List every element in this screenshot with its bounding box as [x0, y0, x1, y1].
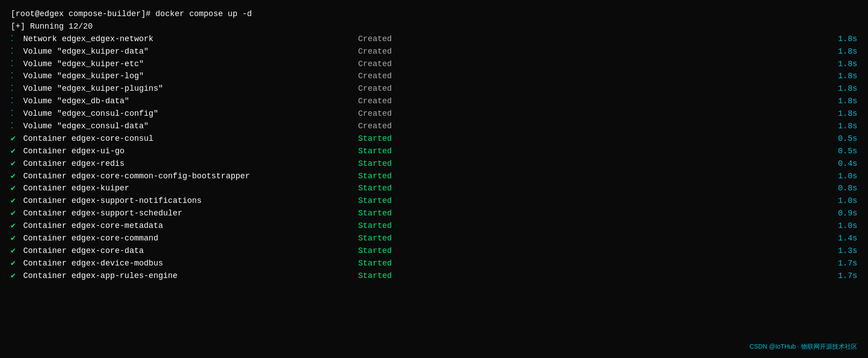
item-name: Container edgex-core-command [23, 232, 358, 245]
list-item: ✔Container edgex-core-metadataStarted1.0… [11, 220, 857, 232]
checkmark-icon: ✔ [11, 220, 20, 232]
list-item: ⁚Volume "edgex_kuiper-log"Created1.8s [11, 70, 857, 83]
list-item: ✔Container edgex-core-consulStarted0.5s [11, 133, 857, 145]
checkmark-icon: ✔ [11, 133, 20, 145]
watermark: CSDN @IoTHub · 物联网开源技术社区 [750, 343, 857, 351]
item-time: 0.4s [820, 158, 857, 170]
prompt-text: [root@edgex compose-builder]# docker com… [11, 8, 252, 21]
item-name: Container edgex-redis [23, 158, 358, 170]
item-time: 1.0s [820, 195, 857, 207]
item-status: Started [358, 270, 416, 282]
bullet-icon: ⁚ [11, 95, 20, 108]
item-name: Container edgex-support-scheduler [23, 207, 358, 220]
item-name: Volume "edgex_db-data" [23, 95, 358, 108]
item-status: Started [358, 195, 416, 207]
item-time: 1.0s [820, 170, 857, 183]
checkmark-icon: ✔ [11, 270, 20, 282]
list-item: ✔Container edgex-device-modbusStarted1.7… [11, 257, 857, 270]
running-line: [+] Running 12/20 [11, 21, 857, 33]
checkmark-icon: ✔ [11, 245, 20, 257]
list-item: ⁚Volume "edgex_db-data"Created1.8s [11, 95, 857, 108]
checkmark-icon: ✔ [11, 207, 20, 220]
checkmark-icon: ✔ [11, 170, 20, 183]
prompt-line: [root@edgex compose-builder]# docker com… [11, 8, 857, 21]
item-time: 1.8s [820, 120, 857, 133]
item-status: Started [358, 257, 416, 270]
item-name: Container edgex-ui-go [23, 145, 358, 158]
item-status: Created [358, 33, 416, 46]
item-status: Created [358, 58, 416, 71]
item-status: Started [358, 245, 416, 257]
item-name: Container edgex-support-notifications [23, 195, 358, 207]
items-list: ⁚Network edgex_edgex-networkCreated1.8s⁚… [11, 33, 857, 282]
item-status: Started [358, 158, 416, 170]
bullet-icon: ⁚ [11, 108, 20, 120]
list-item: ✔Container edgex-core-dataStarted1.3s [11, 245, 857, 257]
item-time: 1.4s [820, 232, 857, 245]
item-status: Started [358, 220, 416, 232]
list-item: ✔Container edgex-kuiperStarted0.8s [11, 182, 857, 195]
list-item: ✔Container edgex-redisStarted0.4s [11, 158, 857, 170]
item-time: 1.8s [820, 70, 857, 83]
list-item: ⁚Volume "edgex_kuiper-plugins"Created1.8… [11, 83, 857, 95]
item-status: Created [358, 108, 416, 120]
item-name: Network edgex_edgex-network [23, 33, 358, 46]
item-time: 0.5s [820, 145, 857, 158]
item-time: 1.7s [820, 270, 857, 282]
checkmark-icon: ✔ [11, 232, 20, 245]
list-item: ⁚Network edgex_edgex-networkCreated1.8s [11, 33, 857, 46]
list-item: ⁚Volume "edgex_consul-data"Created1.8s [11, 120, 857, 133]
item-name: Volume "edgex_kuiper-plugins" [23, 83, 358, 95]
item-status: Started [358, 145, 416, 158]
list-item: ✔Container edgex-support-schedulerStarte… [11, 207, 857, 220]
item-time: 1.7s [820, 257, 857, 270]
item-status: Created [358, 120, 416, 133]
bullet-icon: ⁚ [11, 46, 20, 58]
item-status: Started [358, 133, 416, 145]
item-name: Volume "edgex_kuiper-log" [23, 70, 358, 83]
bullet-icon: ⁚ [11, 58, 20, 71]
item-time: 0.5s [820, 133, 857, 145]
item-status: Created [358, 95, 416, 108]
item-time: 1.0s [820, 220, 857, 232]
item-time: 1.8s [820, 58, 857, 71]
item-name: Container edgex-kuiper [23, 182, 358, 195]
list-item: ⁚Volume "edgex_consul-config"Created1.8s [11, 108, 857, 120]
bullet-icon: ⁚ [11, 33, 20, 46]
item-name: Volume "edgex_consul-data" [23, 120, 358, 133]
item-time: 1.8s [820, 33, 857, 46]
item-status: Created [358, 70, 416, 83]
list-item: ✔Container edgex-support-notificationsSt… [11, 195, 857, 207]
item-name: Container edgex-core-common-config-boots… [23, 170, 358, 183]
checkmark-icon: ✔ [11, 195, 20, 207]
item-status: Started [358, 182, 416, 195]
item-status: Created [358, 83, 416, 95]
running-text: [+] Running 12/20 [11, 21, 93, 33]
checkmark-icon: ✔ [11, 145, 20, 158]
list-item: ✔Container edgex-ui-goStarted0.5s [11, 145, 857, 158]
checkmark-icon: ✔ [11, 158, 20, 170]
item-name: Container edgex-core-metadata [23, 220, 358, 232]
list-item: ⁚Volume "edgex_kuiper-etc"Created1.8s [11, 58, 857, 71]
item-name: Container edgex-device-modbus [23, 257, 358, 270]
item-time: 1.3s [820, 245, 857, 257]
item-status: Started [358, 170, 416, 183]
item-time: 1.8s [820, 95, 857, 108]
bullet-icon: ⁚ [11, 70, 20, 83]
item-name: Volume "edgex_kuiper-etc" [23, 58, 358, 71]
terminal-window: [root@edgex compose-builder]# docker com… [11, 8, 857, 282]
item-status: Started [358, 232, 416, 245]
list-item: ✔Container edgex-core-common-config-boot… [11, 170, 857, 183]
list-item: ✔Container edgex-app-rules-engineStarted… [11, 270, 857, 282]
item-name: Container edgex-core-data [23, 245, 358, 257]
item-time: 0.9s [820, 207, 857, 220]
item-time: 1.8s [820, 83, 857, 95]
bullet-icon: ⁚ [11, 83, 20, 95]
item-status: Created [358, 46, 416, 58]
item-name: Container edgex-app-rules-engine [23, 270, 358, 282]
list-item: ⁚Volume "edgex_kuiper-data"Created1.8s [11, 46, 857, 58]
item-name: Volume "edgex_kuiper-data" [23, 46, 358, 58]
checkmark-icon: ✔ [11, 257, 20, 270]
item-time: 1.8s [820, 108, 857, 120]
item-time: 1.8s [820, 46, 857, 58]
